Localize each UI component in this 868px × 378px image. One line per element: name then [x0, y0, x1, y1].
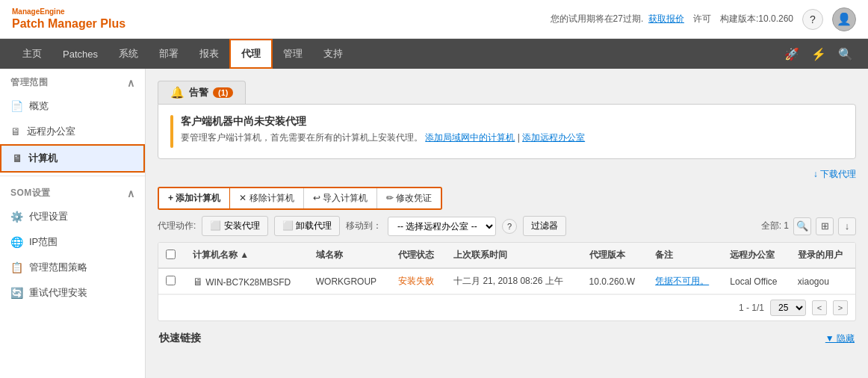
download-bar: ↓ 下载代理: [158, 168, 856, 181]
hide-quick-links-button[interactable]: ▼ 隐藏: [825, 332, 855, 345]
nav-item-support[interactable]: 支持: [313, 39, 353, 69]
col-last-contact: 上次联系时间: [446, 243, 582, 268]
agent-actions-bar: 代理动作: ⬜ 安装代理 ⬜ 卸载代理 移动到： -- 选择远程办公室 -- ?…: [158, 216, 856, 236]
import-computer-button[interactable]: ↩ 导入计算机: [304, 188, 377, 208]
add-remote-link[interactable]: 添加远程办公室: [522, 132, 585, 143]
sidebar-item-retry-install[interactable]: 🔄 重试代理安装: [0, 280, 145, 306]
sidebar-item-remote-office[interactable]: 🖥 远程办公室: [0, 119, 145, 144]
trial-info: 您的试用期将在27过期. 获取报价: [551, 13, 684, 25]
row-remote-office: Local Office: [722, 268, 790, 294]
download-agent-button[interactable]: ↓ 下载代理: [813, 168, 856, 181]
nav-item-manage[interactable]: 管理: [273, 39, 313, 69]
modify-credentials-button[interactable]: ✏ 修改凭证: [377, 188, 441, 208]
uninstall-agent-button[interactable]: ⬜ 卸载代理: [274, 216, 340, 236]
credential-link[interactable]: 凭据不可用。: [655, 276, 709, 286]
remote-office-icon: 🖥: [10, 126, 21, 137]
alert-content: 客户端机器中尚未安装代理 要管理客户端计算机，首先需要在所有的计算机上安装代理。…: [170, 115, 843, 148]
sidebar-item-ip-range[interactable]: 🌐 IP范围: [0, 229, 145, 255]
row-computer-name: 🖥 WIN-BC7K28MBSFD: [185, 268, 309, 294]
remove-computer-button[interactable]: ✕ 移除计算机: [230, 188, 303, 208]
add-computer-button[interactable]: + 添加计算机: [159, 188, 230, 208]
get-quote-link[interactable]: 获取报价: [648, 13, 684, 24]
flash-icon[interactable]: ⚡: [808, 43, 829, 64]
filter-button[interactable]: 过滤器: [523, 216, 566, 236]
policy-icon: 📋: [10, 261, 23, 273]
settings-icon: ⚙️: [10, 211, 23, 223]
search-table-icon[interactable]: 🔍: [793, 217, 811, 235]
collapse-section1-icon[interactable]: ∧: [127, 77, 135, 89]
col-agent-status: 代理状态: [391, 243, 446, 268]
alert-box: 客户端机器中尚未安装代理 要管理客户端计算机，首先需要在所有的计算机上安装代理。…: [158, 104, 856, 159]
computer-icon: 🖥: [12, 152, 22, 164]
remote-office-select[interactable]: -- 选择远程办公室 --: [388, 217, 496, 236]
toolbar-container: + 添加计算机 ✕ 移除计算机 ↩ 导入计算机 ✏ 修改凭证: [158, 187, 442, 210]
pagination-bar: 1 - 1/1 25 < >: [158, 294, 855, 320]
logo: ManageEngine Patch Manager Plus: [12, 7, 125, 31]
next-page-button[interactable]: >: [833, 300, 848, 315]
alert-badge: (1): [213, 87, 233, 98]
add-lan-link[interactable]: 添加局域网中的计算机: [425, 132, 515, 143]
agent-actions-label: 代理动作:: [158, 220, 196, 232]
row-logged-user: xiaogou: [790, 268, 855, 294]
col-note: 备注: [648, 243, 722, 268]
layout: 管理范围 ∧ 📄 概览 🖥 远程办公室 🖥 计算机 SoM设置 ∧ ⚙️ 代理设…: [0, 69, 868, 378]
export-icon[interactable]: ↓: [838, 217, 856, 235]
total-count: 全部: 1 🔍 ⊞ ↓: [761, 217, 856, 235]
move-to-label: 移动到：: [346, 220, 382, 232]
rocket-icon[interactable]: 🚀: [781, 43, 802, 64]
row-agent-version: 10.0.260.W: [582, 268, 648, 294]
main-content: 🔔 告警 (1) 客户端机器中尚未安装代理 要管理客户端计算机，首先需要在所有的…: [146, 69, 868, 378]
build-info: 构建版本:10.0.260: [720, 13, 793, 25]
per-page-select[interactable]: 25: [770, 300, 806, 316]
nav-item-reports[interactable]: 报表: [189, 39, 229, 69]
row-select-checkbox[interactable]: [166, 276, 176, 285]
globe-icon: 🌐: [10, 236, 23, 248]
sidebar-section-management: 管理范围 ∧: [0, 69, 145, 93]
nav-item-home[interactable]: 主页: [12, 39, 52, 69]
bell-icon: 🔔: [170, 86, 185, 99]
logo-top: ManageEngine: [12, 7, 125, 16]
header-right: 您的试用期将在27过期. 获取报价 许可 构建版本:10.0.260 ? 👤: [551, 7, 856, 31]
nav-item-patches[interactable]: Patches: [52, 39, 108, 69]
monitor-icon: 🖥: [193, 276, 203, 288]
help-button[interactable]: ?: [802, 9, 823, 30]
avatar[interactable]: 👤: [832, 7, 856, 31]
alert-stripe: [170, 115, 173, 148]
nav-item-agent[interactable]: 代理: [229, 39, 273, 69]
sidebar: 管理范围 ∧ 📄 概览 🖥 远程办公室 🖥 计算机 SoM设置 ∧ ⚙️ 代理设…: [0, 69, 146, 378]
prev-page-button[interactable]: <: [812, 300, 827, 315]
sidebar-item-agent-settings[interactable]: ⚙️ 代理设置: [0, 204, 145, 229]
sidebar-item-computer[interactable]: 🖥 计算机: [0, 144, 145, 173]
quick-links-bar: 快速链接 ▼ 隐藏: [158, 332, 856, 345]
alert-desc: 要管理客户端计算机，首先需要在所有的计算机上安装代理。 添加局域网中的计算机 |…: [181, 131, 585, 144]
nav-item-deploy[interactable]: 部署: [149, 39, 189, 69]
row-note: 凭据不可用。: [648, 268, 722, 294]
table: 计算机名称 ▲ 域名称 代理状态 上次联系时间 代理版本 备注 远程办公室 登录…: [158, 243, 855, 294]
license-info: 许可: [693, 13, 711, 25]
sidebar-item-overview[interactable]: 📄 概览: [0, 93, 145, 119]
col-computer-name: 计算机名称 ▲: [185, 243, 309, 268]
collapse-section2-icon[interactable]: ∧: [127, 188, 135, 199]
row-checkbox: [158, 268, 185, 294]
retry-icon: 🔄: [10, 287, 23, 299]
row-domain: WORKGROUP: [309, 268, 391, 294]
col-domain: 域名称: [309, 243, 391, 268]
search-icon[interactable]: 🔍: [835, 43, 856, 64]
grid-view-icon[interactable]: ⊞: [816, 217, 834, 235]
document-icon: 📄: [10, 100, 23, 112]
alert-text: 客户端机器中尚未安装代理 要管理客户端计算机，首先需要在所有的计算机上安装代理。…: [181, 115, 585, 144]
row-agent-status: 安装失败: [391, 268, 446, 294]
alert-tab-label[interactable]: 🔔 告警 (1): [158, 81, 246, 104]
nav-item-system[interactable]: 系统: [108, 39, 149, 69]
help-question-button[interactable]: ?: [502, 219, 517, 234]
logo-bottom: Patch Manager Plus: [12, 16, 125, 31]
nav-right: 🚀 ⚡ 🔍: [781, 43, 856, 64]
page-range: 1 - 1/1: [739, 303, 764, 313]
quick-links-title: 快速链接: [159, 332, 201, 345]
col-remote-office: 远程办公室: [722, 243, 790, 268]
col-logged-user: 登录的用户: [790, 243, 855, 268]
install-agent-button[interactable]: ⬜ 安装代理: [202, 216, 267, 236]
sidebar-item-scope-policy[interactable]: 📋 管理范围策略: [0, 255, 145, 280]
select-all-checkbox[interactable]: [166, 250, 176, 259]
row-last-contact: 十二月 21, 2018 08:26 上午: [446, 268, 582, 294]
